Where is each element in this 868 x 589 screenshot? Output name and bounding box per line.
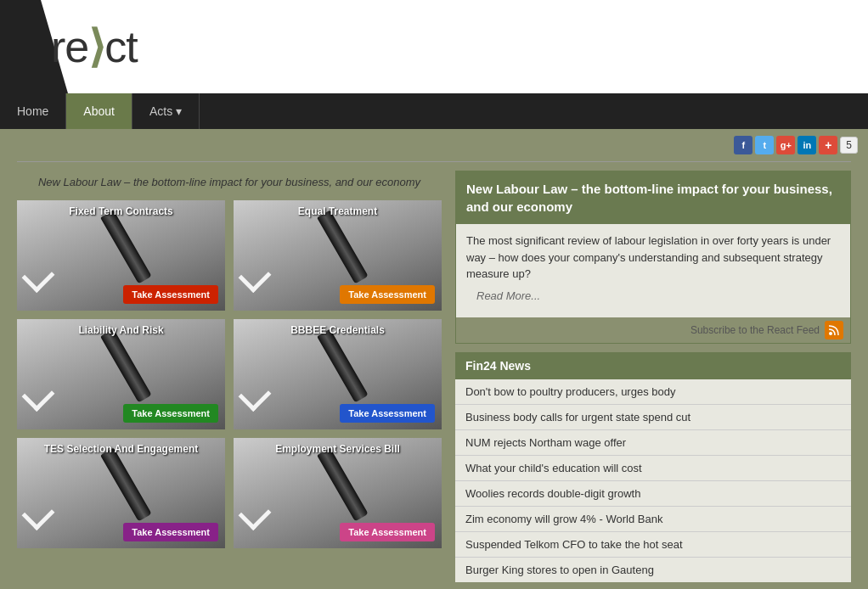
check-icon-3 <box>239 379 272 412</box>
navigation: Home About Acts ▾ <box>0 93 868 129</box>
assessment-card-5[interactable]: Employment Services Bill Take Assessment <box>234 438 442 548</box>
check-icon-1 <box>239 260 272 293</box>
right-column: New Labour Law – the bottom-line impact … <box>455 171 851 582</box>
linkedin-button[interactable]: in <box>798 136 816 154</box>
logo-accent: ⟩ <box>88 22 104 71</box>
fin24-item-6[interactable]: Suspended Telkom CFO to take the hot sea… <box>455 532 851 558</box>
left-column: New Labour Law – the bottom-line impact … <box>17 171 442 582</box>
pen-icon-5 <box>317 448 369 522</box>
main-content: New Labour Law – the bottom-line impact … <box>0 171 868 589</box>
divider <box>17 161 851 162</box>
featured-body: The most significant review of labour le… <box>456 224 850 317</box>
assessment-button-1[interactable]: Take Assessment <box>340 285 435 304</box>
logo[interactable]: re⟩ct <box>51 21 138 72</box>
card-title-2: Liability And Risk <box>17 324 225 336</box>
featured-article: New Labour Law – the bottom-line impact … <box>455 171 851 344</box>
twitter-button[interactable]: t <box>755 136 774 154</box>
featured-title: New Labour Law – the bottom-line impact … <box>456 171 850 224</box>
assessment-card-4[interactable]: TES Selection And Engagement Take Assess… <box>17 438 225 548</box>
dropdown-arrow-icon: ▾ <box>176 104 182 118</box>
assessment-button-5[interactable]: Take Assessment <box>340 523 435 541</box>
assessment-grid: Fixed Term Contracts Take Assessment Equ… <box>17 200 442 548</box>
fin24-item-2[interactable]: NUM rejects Northam wage offer <box>455 430 851 456</box>
subscribe-row: Subscribe to the React Feed <box>456 317 850 343</box>
pen-icon-1 <box>317 210 369 284</box>
pen-icon-4 <box>100 448 152 522</box>
fin24-item-4[interactable]: Woolies records double-digit growth <box>455 481 851 507</box>
fin24-item-1[interactable]: Business body calls for urgent state spe… <box>455 405 851 430</box>
pen-icon-3 <box>317 329 369 403</box>
assessment-card-1[interactable]: Equal Treatment Take Assessment <box>234 200 442 311</box>
card-btn-wrap-0: Take Assessment <box>123 285 218 304</box>
card-title-0: Fixed Term Contracts <box>17 205 225 217</box>
fin24-item-7[interactable]: Burger King stores to open in Gauteng <box>455 558 851 582</box>
assessment-button-2[interactable]: Take Assessment <box>123 404 218 423</box>
card-title-4: TES Selection And Engagement <box>17 443 225 455</box>
assessment-button-3[interactable]: Take Assessment <box>340 404 435 423</box>
pen-icon-0 <box>100 210 152 284</box>
card-btn-wrap-4: Take Assessment <box>123 523 218 541</box>
fin24-header: Fin24 News <box>455 352 851 379</box>
card-title-3: BBBEE Credentials <box>234 324 442 336</box>
subscribe-text: Subscribe to the React Feed <box>690 324 820 336</box>
check-icon-5 <box>239 497 272 530</box>
fin24-list: Don't bow to poultry producers, urges bo… <box>455 379 851 582</box>
facebook-button[interactable]: f <box>734 136 752 154</box>
card-btn-wrap-3: Take Assessment <box>340 404 435 423</box>
nav-acts[interactable]: Acts ▾ <box>132 93 200 129</box>
card-btn-wrap-2: Take Assessment <box>123 404 218 423</box>
read-more-link[interactable]: Read More... <box>466 283 840 310</box>
assessment-card-0[interactable]: Fixed Term Contracts Take Assessment <box>17 200 225 311</box>
pen-icon-2 <box>100 329 152 403</box>
card-title-1: Equal Treatment <box>234 205 442 217</box>
featured-text: The most significant review of labour le… <box>466 233 840 283</box>
share-count: 5 <box>840 137 858 154</box>
page-headline: New Labour Law – the bottom-line impact … <box>17 171 442 200</box>
fin24-section: Fin24 News Don't bow to poultry producer… <box>455 352 851 582</box>
fin24-item-3[interactable]: What your child's education will cost <box>455 456 851 481</box>
card-btn-wrap-5: Take Assessment <box>340 523 435 541</box>
card-btn-wrap-1: Take Assessment <box>340 285 435 304</box>
header: re⟩ct <box>0 0 868 93</box>
assessment-card-3[interactable]: BBBEE Credentials Take Assessment <box>234 319 442 429</box>
assessment-card-2[interactable]: Liability And Risk Take Assessment <box>17 319 225 429</box>
check-icon-4 <box>22 497 55 530</box>
nav-about[interactable]: About <box>66 93 132 129</box>
social-bar: f t g+ in + 5 <box>0 129 868 161</box>
assessment-button-4[interactable]: Take Assessment <box>123 523 218 541</box>
googleplus-button[interactable]: g+ <box>776 136 795 154</box>
card-title-5: Employment Services Bill <box>234 443 442 455</box>
fin24-item-5[interactable]: Zim economy will grow 4% - World Bank <box>455 507 851 532</box>
svg-point-0 <box>829 332 832 335</box>
assessment-button-0[interactable]: Take Assessment <box>123 285 218 304</box>
nav-home[interactable]: Home <box>0 93 66 129</box>
fin24-item-0[interactable]: Don't bow to poultry producers, urges bo… <box>455 379 851 405</box>
check-icon-0 <box>22 260 55 293</box>
rss-icon[interactable] <box>825 321 843 339</box>
check-icon-2 <box>22 379 55 412</box>
houzz-button[interactable]: + <box>819 136 837 154</box>
